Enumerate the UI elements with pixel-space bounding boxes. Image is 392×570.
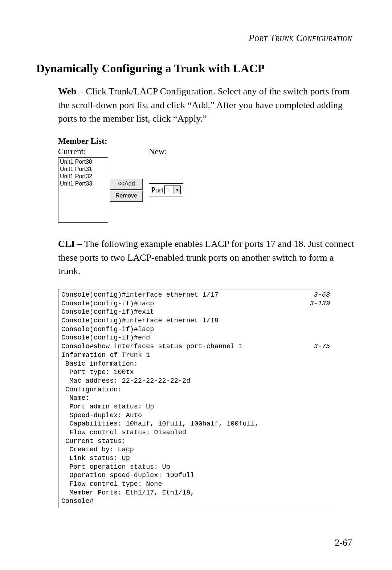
cli-line: Basic information: bbox=[61, 360, 330, 369]
cli-line: Port type: 100tx bbox=[61, 368, 330, 377]
remove-button[interactable]: Remove bbox=[110, 191, 143, 201]
cli-line: Operation speed-duplex: 100full bbox=[61, 471, 330, 480]
cli-line: Mac address: 22-22-22-22-22-2d bbox=[61, 377, 330, 386]
cli-line: Console(config-if)#exit bbox=[61, 308, 330, 317]
port-select-group: Port 1 ▼ bbox=[149, 183, 183, 196]
dropdown-arrow-icon[interactable]: ▼ bbox=[173, 186, 180, 194]
cli-line: Current status: bbox=[61, 437, 330, 446]
cli-line: Console(config-if)#lacp bbox=[61, 325, 330, 334]
cli-line: Name: bbox=[61, 394, 330, 403]
cli-line: Speed-duplex: Auto bbox=[61, 411, 330, 420]
running-header: Port Trunk Configuration bbox=[36, 33, 352, 44]
cli-label: CLI bbox=[58, 239, 75, 249]
current-ports-listbox[interactable]: Unit1 Port30Unit1 Port31Unit1 Port32Unit… bbox=[58, 157, 108, 223]
cli-line: Flow control status: Disabled bbox=[61, 428, 330, 437]
cli-line: Port operation status: Up bbox=[61, 463, 330, 472]
cli-line: Created by: Lacp bbox=[61, 445, 330, 454]
page-number: 2-67 bbox=[335, 537, 352, 548]
new-column-label: New: bbox=[149, 147, 200, 156]
cli-line: Console#show interfaces status port-chan… bbox=[61, 342, 330, 351]
list-item[interactable]: Unit1 Port31 bbox=[60, 166, 106, 173]
cli-line: Configuration: bbox=[61, 386, 330, 394]
list-item[interactable]: Unit1 Port33 bbox=[60, 180, 106, 187]
cli-output-block: Console(config)#interface ethernet 1/173… bbox=[58, 289, 333, 508]
web-paragraph: Web – Click Trunk/LACP Configuration. Se… bbox=[58, 85, 356, 126]
cli-line: Member Ports: Eth1/17, Eth1/18, bbox=[61, 489, 330, 497]
member-list-label: Member List: bbox=[58, 137, 211, 146]
cli-line: Console(config-if)#lacp3-139 bbox=[61, 300, 330, 308]
web-label: Web bbox=[58, 86, 77, 97]
port-label: Port bbox=[151, 186, 163, 194]
cli-line: Console# bbox=[61, 497, 330, 506]
cli-line: Link status: Up bbox=[61, 454, 330, 463]
cli-line: Console(config-if)#end bbox=[61, 334, 330, 342]
current-column-label: Current: bbox=[58, 147, 113, 156]
web-text: – Click Trunk/LACP Configuration. Select… bbox=[58, 86, 350, 124]
cli-text: – The following example enables LACP for… bbox=[58, 239, 354, 276]
cli-line: Information of Trunk 1 bbox=[61, 351, 330, 360]
cli-line: Console(config)#interface ethernet 1/173… bbox=[61, 291, 330, 300]
cli-line: Console(config)#interface ethernet 1/18 bbox=[61, 317, 330, 325]
cli-paragraph: CLI – The following example enables LACP… bbox=[58, 237, 356, 278]
port-select[interactable]: 1 ▼ bbox=[164, 186, 181, 194]
section-title: Dynamically Configuring a Trunk with LAC… bbox=[36, 62, 356, 75]
add-button[interactable]: <<Add bbox=[110, 179, 143, 190]
member-list-figure: Member List: Current: New: Unit1 Port30U… bbox=[58, 137, 211, 223]
list-item[interactable]: Unit1 Port30 bbox=[60, 158, 106, 166]
cli-line: Port admin status: Up bbox=[61, 403, 330, 411]
cli-line: Flow control type: None bbox=[61, 480, 330, 489]
list-item[interactable]: Unit1 Port32 bbox=[60, 173, 106, 180]
port-select-value: 1 bbox=[165, 186, 173, 194]
cli-line: Capabilities: 10half, 10full, 100half, 1… bbox=[61, 420, 330, 428]
